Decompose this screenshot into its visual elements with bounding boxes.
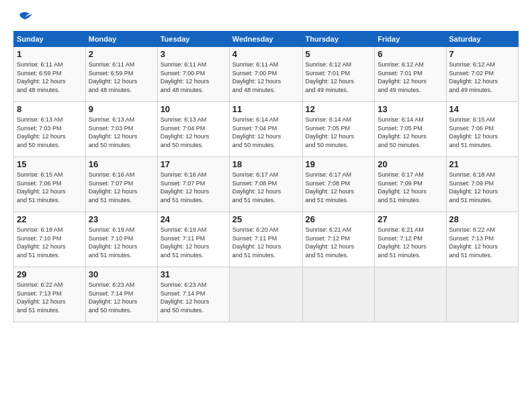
calendar-cell: 2Sunrise: 6:11 AM Sunset: 6:59 PM Daylig… [85,47,157,102]
day-number: 19 [306,159,372,169]
day-info: Sunrise: 6:23 AM Sunset: 7:14 PM Dayligh… [161,281,226,314]
logo [13,12,32,24]
day-info: Sunrise: 6:18 AM Sunset: 7:09 PM Dayligh… [449,171,515,204]
calendar-cell: 18Sunrise: 6:17 AM Sunset: 7:08 PM Dayli… [229,157,302,212]
calendar-cell: 26Sunrise: 6:21 AM Sunset: 7:12 PM Dayli… [302,212,375,267]
day-info: Sunrise: 6:12 AM Sunset: 7:01 PM Dayligh… [378,60,443,94]
day-number: 18 [232,159,300,169]
day-info: Sunrise: 6:17 AM Sunset: 7:09 PM Dayligh… [378,171,443,204]
calendar-week-4: 22Sunrise: 6:18 AM Sunset: 7:10 PM Dayli… [14,212,519,267]
day-number: 10 [161,104,226,114]
calendar-table: SundayMondayTuesdayWednesdayThursdayFrid… [13,31,519,322]
calendar-week-3: 15Sunrise: 6:15 AM Sunset: 7:06 PM Dayli… [14,157,519,212]
calendar-cell: 15Sunrise: 6:15 AM Sunset: 7:06 PM Dayli… [14,157,86,212]
header-row: SundayMondayTuesdayWednesdayThursdayFrid… [14,32,519,47]
day-number: 31 [161,269,226,279]
calendar-page: SundayMondayTuesdayWednesdayThursdayFrid… [0,0,532,411]
day-info: Sunrise: 6:23 AM Sunset: 7:14 PM Dayligh… [89,281,154,314]
day-number: 25 [232,214,300,224]
day-number: 22 [17,214,83,224]
calendar-cell: 16Sunrise: 6:16 AM Sunset: 7:07 PM Dayli… [85,157,157,212]
day-number: 12 [306,104,372,114]
calendar-cell: 25Sunrise: 6:20 AM Sunset: 7:11 PM Dayli… [229,212,302,267]
day-info: Sunrise: 6:19 AM Sunset: 7:10 PM Dayligh… [89,226,154,259]
calendar-cell: 6Sunrise: 6:12 AM Sunset: 7:01 PM Daylig… [375,47,446,102]
calendar-cell: 10Sunrise: 6:13 AM Sunset: 7:04 PM Dayli… [157,102,229,157]
day-number: 28 [449,214,515,224]
day-info: Sunrise: 6:11 AM Sunset: 7:00 PM Dayligh… [232,60,300,94]
calendar-cell: 8Sunrise: 6:13 AM Sunset: 7:03 PM Daylig… [14,102,86,157]
calendar-cell [229,267,302,322]
day-info: Sunrise: 6:17 AM Sunset: 7:08 PM Dayligh… [232,171,300,204]
day-info: Sunrise: 6:16 AM Sunset: 7:07 PM Dayligh… [161,171,226,204]
calendar-cell: 14Sunrise: 6:15 AM Sunset: 7:06 PM Dayli… [446,102,518,157]
day-info: Sunrise: 6:14 AM Sunset: 7:04 PM Dayligh… [232,116,300,149]
day-header-tuesday: Tuesday [157,32,229,47]
day-number: 21 [449,159,515,169]
calendar-cell: 22Sunrise: 6:18 AM Sunset: 7:10 PM Dayli… [14,212,86,267]
day-header-sunday: Sunday [14,32,86,47]
day-number: 2 [89,49,154,59]
calendar-cell [446,267,518,322]
day-info: Sunrise: 6:20 AM Sunset: 7:11 PM Dayligh… [232,226,300,259]
day-info: Sunrise: 6:16 AM Sunset: 7:07 PM Dayligh… [89,171,154,204]
calendar-cell: 19Sunrise: 6:17 AM Sunset: 7:08 PM Dayli… [302,157,375,212]
calendar-body: 1Sunrise: 6:11 AM Sunset: 6:59 PM Daylig… [14,47,519,322]
day-info: Sunrise: 6:19 AM Sunset: 7:11 PM Dayligh… [161,226,226,259]
day-number: 23 [89,214,154,224]
calendar-cell: 4Sunrise: 6:11 AM Sunset: 7:00 PM Daylig… [229,47,302,102]
calendar-cell: 28Sunrise: 6:22 AM Sunset: 7:13 PM Dayli… [446,212,518,267]
day-info: Sunrise: 6:12 AM Sunset: 7:01 PM Dayligh… [306,60,372,94]
day-info: Sunrise: 6:11 AM Sunset: 6:59 PM Dayligh… [89,60,154,94]
calendar-cell: 12Sunrise: 6:14 AM Sunset: 7:05 PM Dayli… [302,102,375,157]
day-info: Sunrise: 6:12 AM Sunset: 7:02 PM Dayligh… [449,60,515,94]
day-header-thursday: Thursday [302,32,375,47]
calendar-cell: 24Sunrise: 6:19 AM Sunset: 7:11 PM Dayli… [157,212,229,267]
day-number: 17 [161,159,226,169]
day-number: 11 [232,104,300,114]
day-info: Sunrise: 6:21 AM Sunset: 7:12 PM Dayligh… [306,226,372,259]
calendar-cell: 20Sunrise: 6:17 AM Sunset: 7:09 PM Dayli… [375,157,446,212]
day-header-monday: Monday [85,32,157,47]
day-info: Sunrise: 6:14 AM Sunset: 7:05 PM Dayligh… [306,116,372,149]
day-info: Sunrise: 6:11 AM Sunset: 7:00 PM Dayligh… [161,60,226,94]
calendar-header: SundayMondayTuesdayWednesdayThursdayFrid… [14,32,519,47]
calendar-cell: 11Sunrise: 6:14 AM Sunset: 7:04 PM Dayli… [229,102,302,157]
calendar-cell: 3Sunrise: 6:11 AM Sunset: 7:00 PM Daylig… [157,47,229,102]
header [13,12,519,24]
day-number: 14 [449,104,515,114]
calendar-cell [302,267,375,322]
calendar-cell: 31Sunrise: 6:23 AM Sunset: 7:14 PM Dayli… [157,267,229,322]
day-info: Sunrise: 6:13 AM Sunset: 7:04 PM Dayligh… [161,116,226,149]
day-number: 13 [378,104,443,114]
day-number: 29 [17,269,83,279]
day-info: Sunrise: 6:15 AM Sunset: 7:06 PM Dayligh… [449,116,515,149]
day-info: Sunrise: 6:22 AM Sunset: 7:13 PM Dayligh… [17,281,83,314]
day-number: 27 [378,214,443,224]
day-number: 16 [89,159,154,169]
day-info: Sunrise: 6:15 AM Sunset: 7:06 PM Dayligh… [17,171,83,204]
calendar-cell: 17Sunrise: 6:16 AM Sunset: 7:07 PM Dayli… [157,157,229,212]
day-number: 7 [449,49,515,59]
calendar-cell: 27Sunrise: 6:21 AM Sunset: 7:12 PM Dayli… [375,212,446,267]
calendar-cell: 13Sunrise: 6:14 AM Sunset: 7:05 PM Dayli… [375,102,446,157]
day-number: 8 [17,104,83,114]
day-number: 3 [161,49,226,59]
day-number: 30 [89,269,154,279]
day-info: Sunrise: 6:18 AM Sunset: 7:10 PM Dayligh… [17,226,83,259]
calendar-cell: 21Sunrise: 6:18 AM Sunset: 7:09 PM Dayli… [446,157,518,212]
calendar-cell: 9Sunrise: 6:13 AM Sunset: 7:03 PM Daylig… [85,102,157,157]
day-number: 20 [378,159,443,169]
day-number: 5 [306,49,372,59]
calendar-cell [375,267,446,322]
day-header-saturday: Saturday [446,32,518,47]
day-info: Sunrise: 6:14 AM Sunset: 7:05 PM Dayligh… [378,116,443,149]
day-info: Sunrise: 6:13 AM Sunset: 7:03 PM Dayligh… [89,116,154,149]
calendar-cell: 7Sunrise: 6:12 AM Sunset: 7:02 PM Daylig… [446,47,518,102]
day-number: 26 [306,214,372,224]
calendar-week-5: 29Sunrise: 6:22 AM Sunset: 7:13 PM Dayli… [14,267,519,322]
calendar-week-2: 8Sunrise: 6:13 AM Sunset: 7:03 PM Daylig… [14,102,519,157]
day-number: 4 [232,49,300,59]
day-info: Sunrise: 6:21 AM Sunset: 7:12 PM Dayligh… [378,226,443,259]
day-number: 24 [161,214,226,224]
